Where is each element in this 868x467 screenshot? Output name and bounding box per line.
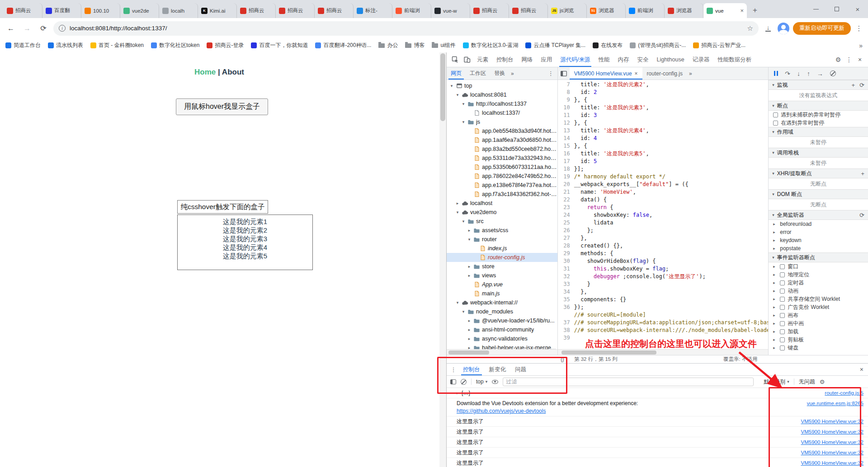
log-levels-selector[interactable]: 默认级别 ▾	[764, 378, 789, 386]
editor-file-tab[interactable]: router-config.js	[642, 67, 687, 79]
live-expression-icon[interactable]	[492, 380, 498, 384]
code-line[interactable]: 29 methods: {	[558, 250, 769, 257]
checkbox[interactable]	[773, 121, 778, 126]
tree-row[interactable]: ▸babel-helper-vue-jsx-merge...	[447, 343, 557, 349]
checkbox[interactable]	[780, 346, 785, 350]
code-line[interactable]: 14 id: 4	[558, 135, 769, 142]
editor-tab-close-icon[interactable]: ×	[635, 70, 638, 77]
tree-row[interactable]: main.js	[447, 289, 557, 298]
profile-avatar[interactable]	[778, 23, 789, 34]
browser-tab[interactable]: KKimi.ai	[198, 3, 237, 18]
editor-file-tab[interactable]: VM5900 HomeView.vue×	[570, 67, 642, 79]
editor-hscrollbar-thumb[interactable]	[561, 350, 656, 355]
code-line[interactable]: 22 data() {	[558, 196, 769, 204]
section-header[interactable]: ▾作用域	[769, 127, 868, 137]
tree-hscrollbar-thumb[interactable]	[448, 350, 489, 355]
bookmark-star-icon[interactable]: ☆	[747, 24, 753, 33]
line-number[interactable]: 7	[558, 81, 574, 89]
code-line[interactable]: 35 components: {}	[558, 296, 769, 304]
tree-row[interactable]: localhost:1337/	[447, 108, 557, 117]
browser-tab[interactable]: 招商云	[237, 3, 276, 18]
tree-row[interactable]: App.vue	[447, 280, 557, 289]
browser-tab[interactable]: vue-w	[431, 3, 470, 18]
line-number[interactable]: 12	[558, 119, 574, 127]
section-item[interactable]: ▸keydown	[769, 236, 868, 244]
line-number[interactable]: 34	[558, 288, 574, 296]
console-message-link[interactable]: https://github.com/vuejs/vue-devtools	[457, 408, 801, 414]
back-button[interactable]: ←	[5, 22, 17, 35]
section-item[interactable]: ▸beforeunload	[769, 220, 868, 228]
console-filter-input[interactable]	[503, 378, 754, 386]
tree-row[interactable]: app.1aaf6ea7a30d6850.hot-up...	[447, 135, 557, 145]
checkbox[interactable]	[780, 321, 785, 326]
step-out-icon[interactable]: ↑	[807, 70, 810, 77]
browser-tab[interactable]: 标注-	[354, 3, 392, 18]
browser-tab[interactable]: vue2de	[120, 3, 159, 18]
browser-tab[interactable]: localh	[159, 3, 198, 18]
section-item[interactable]: ▸广告竞价 Worklet	[769, 303, 868, 311]
inspect-element-icon[interactable]	[449, 54, 461, 65]
drawer-close-icon[interactable]: ×	[860, 366, 863, 373]
section-header[interactable]: ▾事件监听器断点	[769, 252, 868, 262]
line-number[interactable]: 16	[558, 150, 574, 158]
devtools-tab[interactable]: 性能数据分析	[713, 52, 755, 67]
tree-row[interactable]: ▸ansi-html-community	[447, 325, 557, 334]
line-number[interactable]	[558, 311, 574, 319]
devtools-tab[interactable]: 控制台	[492, 52, 518, 67]
devtools-tab[interactable]: 网络	[518, 52, 537, 67]
expand-icon[interactable]: ▸	[457, 391, 459, 395]
browser-tab[interactable]: 浏览器	[665, 3, 703, 18]
console-source-link[interactable]: VM5900 HomeView.vue:32	[801, 429, 863, 435]
tree-row[interactable]: app.83a2bd550ceeb872.hot-u...	[447, 145, 557, 154]
line-number[interactable]: 14	[558, 135, 574, 142]
line-number[interactable]: 11	[558, 112, 574, 119]
bookmarks-overflow-icon[interactable]: »	[859, 42, 863, 49]
tree-scrollbar[interactable]	[553, 81, 557, 190]
bookmark-item[interactable]: 流水线列表	[48, 42, 83, 49]
bookmark-item[interactable]: 招商云-云智产业...	[693, 42, 745, 49]
device-toolbar-icon[interactable]	[461, 54, 473, 65]
line-number[interactable]: 32	[558, 273, 574, 280]
browser-tab[interactable]: 招商云	[470, 3, 509, 18]
step-icon[interactable]: →	[817, 70, 823, 77]
browser-tab[interactable]: 100.10	[81, 3, 120, 18]
line-number[interactable]: 37	[558, 319, 574, 327]
close-window-button[interactable]: ×	[847, 0, 868, 18]
line-number[interactable]: 33	[558, 280, 574, 288]
section-item[interactable]: ▸地理定位	[769, 271, 868, 279]
tree-row[interactable]: ▸assets/css	[447, 226, 557, 235]
line-number[interactable]: 39	[558, 334, 574, 342]
browser-tab[interactable]: 招商云	[276, 3, 315, 18]
devtools-tab[interactable]: 元素	[473, 52, 492, 67]
step-over-icon[interactable]: ↷	[785, 70, 790, 77]
devtools-close-icon[interactable]: ×	[854, 56, 865, 63]
devtools-tab[interactable]: 安全	[633, 52, 652, 67]
devtools-tab[interactable]: Lighthouse	[652, 52, 688, 67]
tree-row[interactable]: ▾localhost:8081	[447, 90, 557, 99]
css-hover-caption[interactable]: 纯csshover触发下面的盒子	[177, 200, 268, 214]
line-number[interactable]: 9	[558, 96, 574, 104]
line-number[interactable]: 28	[558, 242, 574, 250]
code-line[interactable]: 33 }	[558, 280, 769, 288]
section-item[interactable]: ▸error	[769, 228, 868, 236]
line-number[interactable]: 8	[558, 89, 574, 96]
checkbox[interactable]	[780, 280, 785, 285]
tree-row[interactable]: app.786022e84c749b52.hot-u...	[447, 172, 557, 181]
code-line[interactable]: 8 id: 2	[558, 89, 769, 96]
tree-row[interactable]: app.53311de73a332943.hot-u...	[447, 154, 557, 163]
maximize-button[interactable]	[826, 0, 847, 18]
plus-icon[interactable]: +	[852, 82, 855, 89]
editor-scrollbar[interactable]	[764, 93, 768, 197]
code-line[interactable]: 13 title: '这是我的元素4',	[558, 127, 769, 135]
drawer-tab[interactable]: 控制台	[458, 364, 485, 375]
code-line[interactable]: 26 };	[558, 227, 769, 234]
console-source-link[interactable]: router-config.js:5	[825, 390, 863, 396]
line-number[interactable]: 20	[558, 181, 574, 188]
devtools-menu-icon[interactable]: ⋮	[844, 56, 854, 63]
code-line[interactable]: 37//# sourceMappingURL=data:application/…	[558, 319, 769, 327]
checkbox[interactable]	[780, 329, 785, 334]
bookmark-item[interactable]: 云点播 TCPlayer 集...	[525, 42, 585, 49]
browser-tab[interactable]: 前端浏	[626, 3, 665, 18]
page-scrollbar[interactable]	[439, 52, 446, 467]
deactivate-breakpoints-icon[interactable]	[830, 70, 836, 76]
